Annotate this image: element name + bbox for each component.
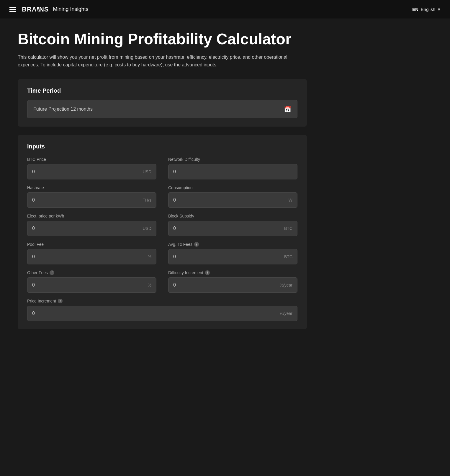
info-icon-price-increment[interactable]: i bbox=[58, 299, 63, 303]
input-wrapper-network-difficulty bbox=[168, 164, 297, 179]
inputs-grid: BTC PriceUSDNetwork DifficultyHashrateTH… bbox=[27, 157, 297, 321]
lang-name: English bbox=[421, 7, 435, 12]
label-block-subsidy: Block Subsidy bbox=[168, 214, 297, 218]
logo: BRA\\NS Mining Insights bbox=[22, 6, 89, 13]
input-wrapper-difficulty-increment: %/year bbox=[168, 277, 297, 293]
input-group-difficulty-increment: Difficulty Incrementi%/year bbox=[168, 270, 297, 293]
calendar-icon: 📅 bbox=[284, 106, 291, 113]
header-left: BRA\\NS Mining Insights bbox=[9, 6, 412, 13]
label-consumption: Consumption bbox=[168, 185, 297, 190]
input-network-difficulty[interactable] bbox=[173, 169, 292, 174]
input-group-avg-tx-fees: Avg. Tx FeesiBTC bbox=[168, 242, 297, 264]
input-wrapper-consumption: W bbox=[168, 192, 297, 208]
info-icon-avg-tx-fees[interactable]: i bbox=[194, 242, 199, 247]
main-content: Bitcoin Mining Profitability Calculator … bbox=[0, 19, 325, 341]
input-group-price-increment: Price Incrementi%/year bbox=[27, 299, 297, 321]
logo-brand: BRA\\NS bbox=[22, 6, 49, 13]
input-hashrate[interactable] bbox=[32, 197, 140, 203]
input-block-subsidy[interactable] bbox=[173, 226, 282, 231]
inputs-section: Inputs BTC PriceUSDNetwork DifficultyHas… bbox=[18, 135, 307, 329]
inputs-title: Inputs bbox=[27, 143, 297, 150]
input-wrapper-price-increment: %/year bbox=[27, 306, 297, 321]
input-group-other-fees: Other Feesi% bbox=[27, 270, 156, 293]
input-group-network-difficulty: Network Difficulty bbox=[168, 157, 297, 179]
label-btc-price: BTC Price bbox=[27, 157, 156, 162]
unit-consumption: W bbox=[289, 198, 292, 202]
input-group-hashrate: HashrateTH/s bbox=[27, 185, 156, 208]
logo-subtitle: Mining Insights bbox=[53, 6, 88, 12]
input-group-block-subsidy: Block SubsidyBTC bbox=[168, 214, 297, 236]
time-period-value: Future Projection 12 months bbox=[33, 107, 93, 112]
input-price-increment[interactable] bbox=[32, 311, 277, 316]
input-group-pool-fee: Pool Fee% bbox=[27, 242, 156, 264]
info-icon-difficulty-increment[interactable]: i bbox=[205, 270, 210, 275]
label-avg-tx-fees: Avg. Tx Feesi bbox=[168, 242, 297, 247]
unit-hashrate: TH/s bbox=[143, 198, 151, 202]
label-other-fees: Other Feesi bbox=[27, 270, 156, 275]
label-pool-fee: Pool Fee bbox=[27, 242, 156, 247]
unit-difficulty-increment: %/year bbox=[279, 283, 292, 287]
label-hashrate: Hashrate bbox=[27, 185, 156, 190]
label-difficulty-increment: Difficulty Incrementi bbox=[168, 270, 297, 275]
language-selector[interactable]: EN English ∨ bbox=[412, 7, 441, 12]
input-other-fees[interactable] bbox=[32, 282, 145, 288]
unit-price-increment: %/year bbox=[279, 311, 292, 316]
page-description: This calculator will show you your net p… bbox=[18, 53, 298, 68]
unit-block-subsidy: BTC bbox=[284, 226, 292, 231]
time-period-title: Time Period bbox=[27, 87, 297, 94]
chevron-down-icon: ∨ bbox=[438, 7, 441, 12]
unit-elect-price: USD bbox=[143, 226, 151, 231]
unit-pool-fee: % bbox=[148, 254, 151, 259]
input-btc-price[interactable] bbox=[32, 169, 140, 174]
input-pool-fee[interactable] bbox=[32, 254, 145, 259]
label-elect-price: Elect. price per kWh bbox=[27, 214, 156, 218]
input-difficulty-increment[interactable] bbox=[173, 282, 277, 288]
label-network-difficulty: Network Difficulty bbox=[168, 157, 297, 162]
input-group-consumption: ConsumptionW bbox=[168, 185, 297, 208]
input-group-elect-price: Elect. price per kWhUSD bbox=[27, 214, 156, 236]
input-wrapper-other-fees: % bbox=[27, 277, 156, 293]
input-elect-price[interactable] bbox=[32, 226, 140, 231]
input-avg-tx-fees[interactable] bbox=[173, 254, 282, 259]
input-wrapper-block-subsidy: BTC bbox=[168, 221, 297, 236]
input-group-btc-price: BTC PriceUSD bbox=[27, 157, 156, 179]
unit-avg-tx-fees: BTC bbox=[284, 254, 292, 259]
input-wrapper-elect-price: USD bbox=[27, 221, 156, 236]
time-period-section: Time Period Future Projection 12 months … bbox=[18, 79, 307, 127]
app-header: BRA\\NS Mining Insights EN English ∨ bbox=[0, 0, 450, 19]
input-wrapper-avg-tx-fees: BTC bbox=[168, 249, 297, 264]
info-icon-other-fees[interactable]: i bbox=[50, 270, 54, 275]
unit-other-fees: % bbox=[148, 283, 151, 287]
lang-code: EN bbox=[412, 7, 418, 12]
input-consumption[interactable] bbox=[173, 197, 286, 203]
time-period-selector[interactable]: Future Projection 12 months 📅 bbox=[27, 100, 297, 118]
input-wrapper-hashrate: TH/s bbox=[27, 192, 156, 208]
label-price-increment: Price Incrementi bbox=[27, 299, 297, 303]
page-title: Bitcoin Mining Profitability Calculator bbox=[18, 31, 307, 48]
hamburger-menu[interactable] bbox=[9, 7, 16, 12]
input-wrapper-btc-price: USD bbox=[27, 164, 156, 179]
unit-btc-price: USD bbox=[143, 169, 151, 174]
input-wrapper-pool-fee: % bbox=[27, 249, 156, 264]
